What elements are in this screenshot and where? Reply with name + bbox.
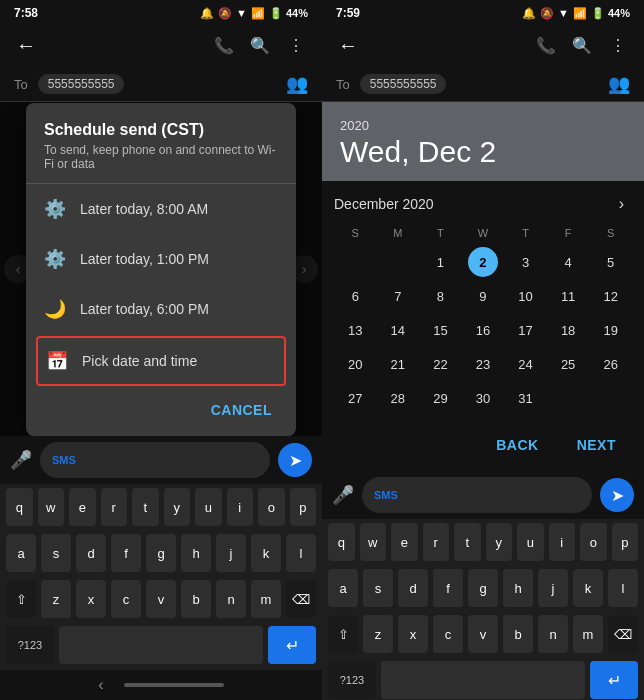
key-p[interactable]: p bbox=[290, 488, 317, 526]
key-q[interactable]: q bbox=[6, 488, 33, 526]
key-p-r[interactable]: p bbox=[612, 523, 639, 561]
nav-back-left[interactable]: ‹ bbox=[98, 676, 103, 694]
key-w-r[interactable]: w bbox=[360, 523, 387, 561]
key-m-r[interactable]: m bbox=[573, 615, 603, 653]
key-enter-r[interactable]: ↵ bbox=[590, 661, 638, 699]
key-e[interactable]: e bbox=[69, 488, 96, 526]
key-u[interactable]: u bbox=[195, 488, 222, 526]
key-s[interactable]: s bbox=[41, 534, 71, 572]
key-f-r[interactable]: f bbox=[433, 569, 463, 607]
mic-icon-right[interactable]: 🎤 bbox=[332, 484, 354, 506]
cal-day-6[interactable]: 6 bbox=[340, 281, 370, 311]
cal-day-21[interactable]: 21 bbox=[383, 349, 413, 379]
key-numbers-r[interactable]: ?123 bbox=[328, 661, 376, 699]
key-v-r[interactable]: v bbox=[468, 615, 498, 653]
cal-day-15[interactable]: 15 bbox=[425, 315, 455, 345]
key-s-r[interactable]: s bbox=[363, 569, 393, 607]
cal-day-22[interactable]: 22 bbox=[425, 349, 455, 379]
send-button-right[interactable]: ➤ bbox=[600, 478, 634, 512]
add-contact-icon[interactable]: 👥 bbox=[286, 73, 308, 95]
cal-day-24[interactable]: 24 bbox=[511, 349, 541, 379]
key-k[interactable]: k bbox=[251, 534, 281, 572]
schedule-option-3[interactable]: 🌙 Later today, 6:00 PM bbox=[26, 284, 296, 334]
phone-icon[interactable]: 📞 bbox=[208, 30, 240, 62]
cal-day-30[interactable]: 30 bbox=[468, 383, 498, 413]
key-space-r[interactable] bbox=[381, 661, 585, 699]
key-h-r[interactable]: h bbox=[503, 569, 533, 607]
key-z[interactable]: z bbox=[41, 580, 71, 618]
message-area-left[interactable]: Schedule send (CST) To send, keep phone … bbox=[0, 102, 322, 436]
key-r-r[interactable]: r bbox=[423, 523, 450, 561]
key-v[interactable]: v bbox=[146, 580, 176, 618]
cal-day-20[interactable]: 20 bbox=[340, 349, 370, 379]
cal-day-16[interactable]: 16 bbox=[468, 315, 498, 345]
cal-day-10[interactable]: 10 bbox=[511, 281, 541, 311]
search-icon-right[interactable]: 🔍 bbox=[566, 30, 598, 62]
back-button-calendar[interactable]: Back bbox=[482, 429, 552, 461]
key-x[interactable]: x bbox=[76, 580, 106, 618]
key-z-r[interactable]: z bbox=[363, 615, 393, 653]
cal-day-29[interactable]: 29 bbox=[425, 383, 455, 413]
mic-icon[interactable]: 🎤 bbox=[10, 449, 32, 471]
key-o-r[interactable]: o bbox=[580, 523, 607, 561]
key-j-r[interactable]: j bbox=[538, 569, 568, 607]
cal-day-3[interactable]: 3 bbox=[511, 247, 541, 277]
key-b[interactable]: b bbox=[181, 580, 211, 618]
cal-day-8[interactable]: 8 bbox=[425, 281, 455, 311]
contact-chip-right[interactable]: 5555555555 bbox=[360, 74, 447, 94]
key-shift[interactable]: ⇧ bbox=[6, 580, 36, 618]
cal-day-23[interactable]: 23 bbox=[468, 349, 498, 379]
schedule-option-4[interactable]: 📅 Pick date and time bbox=[36, 336, 286, 386]
key-l[interactable]: l bbox=[286, 534, 316, 572]
cancel-button[interactable]: Cancel bbox=[201, 396, 282, 424]
back-button-left[interactable]: ← bbox=[10, 28, 42, 63]
cal-day-4[interactable]: 4 bbox=[553, 247, 583, 277]
key-delete-r[interactable]: ⌫ bbox=[608, 615, 638, 653]
cal-day-14[interactable]: 14 bbox=[383, 315, 413, 345]
key-o[interactable]: o bbox=[258, 488, 285, 526]
cal-day-27[interactable]: 27 bbox=[340, 383, 370, 413]
more-icon-right[interactable]: ⋮ bbox=[602, 30, 634, 62]
cal-day-31[interactable]: 31 bbox=[511, 383, 541, 413]
cal-day-11[interactable]: 11 bbox=[553, 281, 583, 311]
key-h[interactable]: h bbox=[181, 534, 211, 572]
back-button-right[interactable]: ← bbox=[332, 28, 364, 63]
key-n-r[interactable]: n bbox=[538, 615, 568, 653]
key-g-r[interactable]: g bbox=[468, 569, 498, 607]
more-icon[interactable]: ⋮ bbox=[280, 30, 312, 62]
cal-day-9[interactable]: 9 bbox=[468, 281, 498, 311]
cal-day-7[interactable]: 7 bbox=[383, 281, 413, 311]
key-y[interactable]: y bbox=[164, 488, 191, 526]
key-f[interactable]: f bbox=[111, 534, 141, 572]
key-d-r[interactable]: d bbox=[398, 569, 428, 607]
cal-day-2[interactable]: 2 bbox=[468, 247, 498, 277]
key-t[interactable]: t bbox=[132, 488, 159, 526]
add-contact-icon-right[interactable]: 👥 bbox=[608, 73, 630, 95]
key-shift-r[interactable]: ⇧ bbox=[328, 615, 358, 653]
schedule-option-2[interactable]: ⚙️ Later today, 1:00 PM bbox=[26, 234, 296, 284]
key-l-r[interactable]: l bbox=[608, 569, 638, 607]
key-y-r[interactable]: y bbox=[486, 523, 513, 561]
key-n[interactable]: n bbox=[216, 580, 246, 618]
contact-chip-left[interactable]: 5555555555 bbox=[38, 74, 125, 94]
schedule-option-1[interactable]: ⚙️ Later today, 8:00 AM bbox=[26, 184, 296, 234]
phone-icon-right[interactable]: 📞 bbox=[530, 30, 562, 62]
key-u-r[interactable]: u bbox=[517, 523, 544, 561]
key-c-r[interactable]: c bbox=[433, 615, 463, 653]
key-w[interactable]: w bbox=[38, 488, 65, 526]
search-icon[interactable]: 🔍 bbox=[244, 30, 276, 62]
key-enter[interactable]: ↵ bbox=[268, 626, 316, 664]
cal-day-12[interactable]: 12 bbox=[596, 281, 626, 311]
next-button-calendar[interactable]: Next bbox=[563, 429, 630, 461]
key-d[interactable]: d bbox=[76, 534, 106, 572]
key-t-r[interactable]: t bbox=[454, 523, 481, 561]
key-x-r[interactable]: x bbox=[398, 615, 428, 653]
key-a-r[interactable]: a bbox=[328, 569, 358, 607]
key-k-r[interactable]: k bbox=[573, 569, 603, 607]
message-input-right[interactable]: SMS bbox=[362, 477, 592, 513]
cal-day-18[interactable]: 18 bbox=[553, 315, 583, 345]
cal-day-28[interactable]: 28 bbox=[383, 383, 413, 413]
key-j[interactable]: j bbox=[216, 534, 246, 572]
key-e-r[interactable]: e bbox=[391, 523, 418, 561]
cal-day-19[interactable]: 19 bbox=[596, 315, 626, 345]
